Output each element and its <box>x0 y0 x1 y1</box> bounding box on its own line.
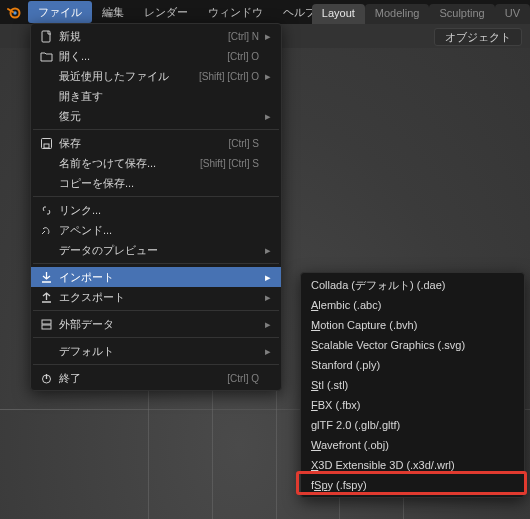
menu-item-new[interactable]: 新規 [Ctrl] N ▸ <box>31 26 281 46</box>
import-fbx[interactable]: FBX (.fbx) <box>301 395 524 415</box>
separator <box>33 310 279 311</box>
external-data-icon <box>37 316 55 332</box>
menu-item-external-data[interactable]: 外部データ ▸ <box>31 314 281 334</box>
append-icon <box>37 222 55 238</box>
import-svg[interactable]: Scalable Vector Graphics (.svg) <box>301 335 524 355</box>
menu-item-quit[interactable]: 終了 [Ctrl] Q <box>31 368 281 388</box>
menu-item-export[interactable]: エクスポート ▸ <box>31 287 281 307</box>
import-fspy[interactable]: fSpy (.fspy) <box>301 475 524 495</box>
blender-logo-icon <box>6 4 22 20</box>
chevron-right-icon: ▸ <box>263 345 271 358</box>
file-new-icon <box>37 28 55 44</box>
menu-item-append[interactable]: アペンド... <box>31 220 281 240</box>
svg-rect-2 <box>42 31 50 42</box>
menu-edit[interactable]: 編集 <box>92 1 134 23</box>
workspace-tab-layout[interactable]: Layout <box>312 4 365 24</box>
power-icon <box>37 370 55 386</box>
svg-rect-4 <box>44 144 49 148</box>
workspace-tab-sculpting[interactable]: Sculpting <box>429 4 494 24</box>
menu-render[interactable]: レンダー <box>134 1 198 23</box>
import-alembic[interactable]: Alembic (.abc) <box>301 295 524 315</box>
folder-open-icon <box>37 48 55 64</box>
chevron-right-icon: ▸ <box>263 318 271 331</box>
save-icon <box>37 135 55 151</box>
menu-item-import[interactable]: インポート ▸ <box>31 267 281 287</box>
menu-item-save[interactable]: 保存 [Ctrl] S <box>31 133 281 153</box>
menu-item-data-preview[interactable]: データのプレビュー ▸ <box>31 240 281 260</box>
menu-item-link[interactable]: リンク... <box>31 200 281 220</box>
workspace-tab-modeling[interactable]: Modeling <box>365 4 430 24</box>
mode-dropdown[interactable]: オブジェクト <box>434 28 522 46</box>
svg-rect-5 <box>42 325 51 329</box>
chevron-right-icon: ▸ <box>263 271 271 284</box>
import-obj[interactable]: Wavefront (.obj) <box>301 435 524 455</box>
svg-rect-6 <box>42 320 51 324</box>
tool-shelf[interactable] <box>2 48 32 519</box>
chevron-right-icon: ▸ <box>263 291 271 304</box>
separator <box>33 263 279 264</box>
import-bvh[interactable]: Motion Capture (.bvh) <box>301 315 524 335</box>
separator <box>33 364 279 365</box>
separator <box>33 196 279 197</box>
separator <box>33 337 279 338</box>
link-icon <box>37 202 55 218</box>
separator <box>33 129 279 130</box>
menu-item-save-copy[interactable]: コピーを保存... <box>31 173 281 193</box>
menu-item-revert[interactable]: 開き直す <box>31 86 281 106</box>
chevron-right-icon: ▸ <box>263 70 271 83</box>
menu-item-recover[interactable]: 復元 ▸ <box>31 106 281 126</box>
menu-item-save-as[interactable]: 名前をつけて保存... [Shift] [Ctrl] S <box>31 153 281 173</box>
import-icon <box>37 269 55 285</box>
menu-item-defaults[interactable]: デフォルト ▸ <box>31 341 281 361</box>
workspace-tab-uv[interactable]: UV <box>495 4 530 24</box>
export-icon <box>37 289 55 305</box>
menu-file[interactable]: ファイル <box>28 1 92 23</box>
import-collada[interactable]: Collada (デフォルト) (.dae) <box>301 275 524 295</box>
menu-item-open-recent[interactable]: 最近使用したファイル [Shift] [Ctrl] O ▸ <box>31 66 281 86</box>
chevron-right-icon: ▸ <box>263 244 271 257</box>
workspace-tabs: Layout Modeling Sculpting UV <box>312 0 530 24</box>
chevron-right-icon: ▸ <box>263 30 271 43</box>
chevron-right-icon: ▸ <box>263 110 271 123</box>
main-menu-bar: ファイル 編集 レンダー ウィンドウ ヘルプ <box>28 0 326 24</box>
menu-window[interactable]: ウィンドウ <box>198 1 273 23</box>
import-stl[interactable]: Stl (.stl) <box>301 375 524 395</box>
import-gltf[interactable]: glTF 2.0 (.glb/.gltf) <box>301 415 524 435</box>
menu-item-open[interactable]: 開く... [Ctrl] O <box>31 46 281 66</box>
import-x3d[interactable]: X3D Extensible 3D (.x3d/.wrl) <box>301 455 524 475</box>
mode-label: オブジェクト <box>445 30 511 45</box>
import-submenu: Collada (デフォルト) (.dae) Alembic (.abc) Mo… <box>300 272 525 498</box>
import-ply[interactable]: Stanford (.ply) <box>301 355 524 375</box>
file-menu-dropdown: 新規 [Ctrl] N ▸ 開く... [Ctrl] O 最近使用したファイル … <box>30 23 282 391</box>
